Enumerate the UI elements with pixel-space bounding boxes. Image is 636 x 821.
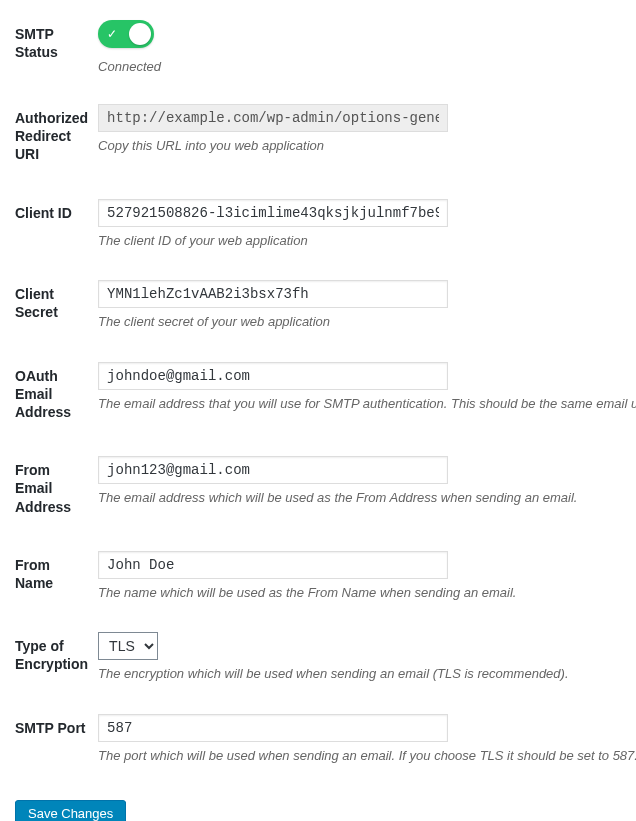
oauth-email-input[interactable]	[98, 362, 448, 390]
client-secret-description: The client secret of your web applicatio…	[98, 312, 636, 332]
client-secret-label: Client Secret	[15, 265, 98, 347]
save-changes-button[interactable]: Save Changes	[15, 800, 126, 821]
smtp-status-toggle[interactable]: ✓	[98, 20, 154, 48]
from-name-input[interactable]	[98, 551, 448, 579]
from-email-input[interactable]	[98, 456, 448, 484]
encryption-label: Type of Encryption	[15, 617, 98, 699]
smtp-port-description: The port which will be used when sending…	[98, 746, 636, 766]
authorized-uri-label: Authorized Redirect URI	[15, 89, 98, 184]
smtp-port-input[interactable]	[98, 714, 448, 742]
settings-form-table: SMTP Status ✓ Connected Authorized Redir…	[15, 15, 636, 780]
encryption-description: The encryption which will be used when s…	[98, 664, 636, 684]
from-email-label: From Email Address	[15, 441, 98, 536]
check-icon: ✓	[107, 28, 117, 40]
client-id-input[interactable]	[98, 199, 448, 227]
authorized-uri-input[interactable]	[98, 104, 448, 132]
client-id-description: The client ID of your web application	[98, 231, 636, 251]
client-secret-input[interactable]	[98, 280, 448, 308]
from-email-description: The email address which will be used as …	[98, 488, 636, 508]
smtp-status-label: SMTP Status	[15, 15, 98, 89]
from-name-label: From Name	[15, 536, 98, 618]
oauth-email-description: The email address that you will use for …	[98, 394, 636, 414]
from-name-description: The name which will be used as the From …	[98, 583, 636, 603]
oauth-email-label: OAuth Email Address	[15, 347, 98, 442]
client-id-label: Client ID	[15, 184, 98, 266]
authorized-uri-description: Copy this URL into you web application	[98, 136, 636, 156]
encryption-select[interactable]: TLS	[98, 632, 158, 660]
smtp-status-text: Connected	[98, 59, 636, 74]
smtp-port-label: SMTP Port	[15, 699, 98, 781]
